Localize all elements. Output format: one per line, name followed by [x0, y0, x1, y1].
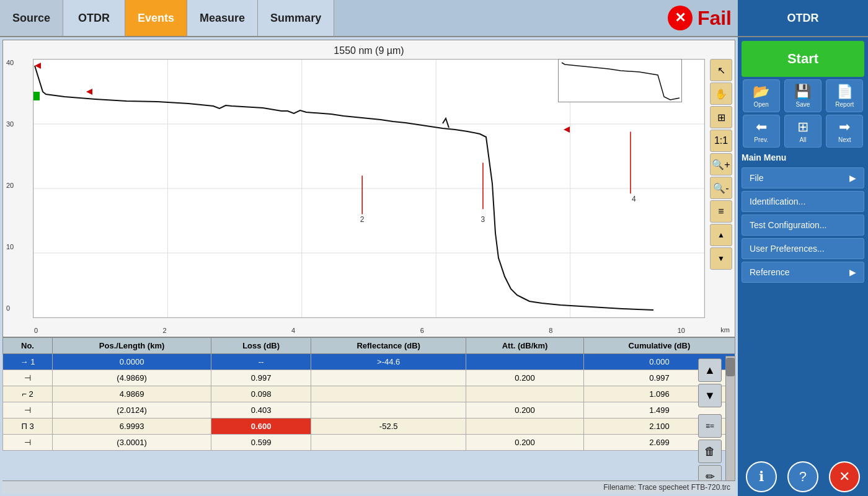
x-label-6: 6 [420, 327, 424, 334]
chart-container: 1550 nm (9 µm) 40 30 20 10 0 [2, 40, 735, 337]
save-button[interactable]: 💾 Save [784, 79, 822, 112]
report-icon: 📄 [836, 84, 853, 100]
cell-loss: 0.600 [211, 418, 311, 435]
th-no: No. [3, 338, 53, 354]
cell-loss: 0.997 [211, 370, 311, 386]
cell-reflectance [311, 386, 466, 402]
th-cumulative: Cumulative (dB) [583, 338, 735, 354]
open-label: Open [753, 101, 768, 108]
menu-item-test-config[interactable]: Test Configuration... [742, 215, 864, 236]
y-label-10: 10 [6, 243, 14, 250]
tab-measure[interactable]: Measure [187, 0, 258, 36]
close-button[interactable]: ✕ [829, 461, 860, 492]
table-row[interactable]: ⊣(4.9869)0.9970.2000.997 [3, 370, 735, 386]
open-button[interactable]: 📂 Open [743, 79, 780, 112]
help-button[interactable]: ? [787, 461, 818, 492]
save-icon: 💾 [794, 84, 811, 100]
table-row[interactable]: ⊣(2.0124)0.4030.2001.499 [3, 402, 735, 418]
all-icon: ⊞ [797, 119, 808, 135]
th-reflectance: Reflectance (dB) [311, 338, 466, 354]
x-label-4: 4 [291, 327, 295, 334]
table-scrollbar[interactable] [725, 356, 735, 480]
table-scroll-up-btn[interactable]: ▲ [698, 358, 722, 382]
table-scroll-down-btn[interactable]: ▼ [698, 384, 722, 407]
menu-item-user-prefs[interactable]: User Preferences... [742, 238, 864, 259]
prev-button[interactable]: ⬅ Prev. [743, 115, 780, 148]
pan-tool[interactable]: ✋ [710, 82, 732, 105]
cursor-tool[interactable]: ↖ [710, 59, 732, 81]
delete-btn[interactable]: 🗑 [698, 440, 722, 463]
filter-btn[interactable]: ≡= [698, 414, 722, 438]
cell-symbol: ⊣ [3, 402, 53, 418]
cell-pos: (4.9869) [53, 370, 211, 386]
info-button[interactable]: ℹ [746, 461, 777, 492]
cell-reflectance: -52.5 [311, 418, 466, 435]
all-button[interactable]: ⊞ All [784, 115, 822, 148]
svg-text:2: 2 [360, 215, 365, 224]
menu-item-file[interactable]: File ▶ [742, 167, 864, 188]
zoom-1-1[interactable]: 1:1 [710, 130, 732, 152]
report-label: Report [835, 101, 854, 108]
zoom-in-h[interactable]: ⊞ [710, 106, 732, 128]
zoom-in[interactable]: 🔍+ [710, 153, 732, 175]
scroll-up[interactable]: ▲ [710, 224, 732, 246]
cell-att [466, 386, 584, 402]
svg-rect-20 [33, 92, 40, 100]
open-icon: 📂 [753, 84, 769, 100]
fail-area: ✕ Fail [668, 0, 738, 36]
svg-marker-19 [564, 126, 570, 133]
edit-btn[interactable]: ✏ [698, 465, 722, 480]
x-axis-labels: 0 2 4 6 8 10 [34, 327, 685, 334]
table-row[interactable]: → 10.0000-->-44.60.000 [3, 354, 735, 370]
y-axis-labels: 40 30 20 10 0 [6, 59, 14, 312]
events-table: No. Pos./Length (km) Loss (dB) Reflectan… [2, 337, 735, 451]
next-icon: ➡ [839, 119, 850, 135]
x-label-0: 0 [34, 327, 38, 334]
tab-source[interactable]: Source [0, 0, 63, 36]
next-button[interactable]: ➡ Next [826, 115, 863, 148]
nav-buttons-row: ⬅ Prev. ⊞ All ➡ Next [742, 115, 864, 148]
prev-label: Prev. [754, 136, 768, 143]
table-row[interactable]: ⊣(3.0001)0.5990.2002.699 [3, 435, 735, 451]
cell-att: 0.200 [466, 402, 584, 418]
th-pos: Pos./Length (km) [53, 338, 211, 354]
cell-loss: 0.599 [211, 435, 311, 451]
table-body: → 10.0000-->-44.60.000⊣(4.9869)0.9970.20… [3, 354, 735, 451]
th-att: Att. (dB/km) [466, 338, 584, 354]
all-label: All [799, 136, 806, 143]
tab-summary[interactable]: Summary [258, 0, 334, 36]
cell-reflectance [311, 435, 466, 451]
main-menu-label: Main Menu [742, 150, 864, 165]
cell-reflectance [311, 402, 466, 418]
menu-reference-arrow: ▶ [849, 267, 856, 277]
table-row[interactable]: Π 36.99930.600-52.52.100 [3, 418, 735, 435]
scroll-down[interactable]: ▼ [710, 247, 732, 270]
cell-loss: 0.403 [211, 402, 311, 418]
start-button[interactable]: Start [742, 41, 864, 77]
event-view[interactable]: ≡ [710, 200, 732, 223]
menu-reference-label: Reference [750, 267, 790, 277]
filename-bar: Filename: Trace specheet FTB-720.trc [2, 480, 735, 494]
minimap-svg [559, 60, 681, 102]
left-content: 1550 nm (9 µm) 40 30 20 10 0 [0, 37, 738, 496]
y-label-30: 30 [6, 120, 14, 128]
menu-item-identification[interactable]: Identification... [742, 191, 864, 212]
x-label-10: 10 [678, 327, 685, 334]
cell-pos: 6.9993 [53, 418, 211, 435]
table-row[interactable]: ⌐ 24.98690.0981.096 [3, 386, 735, 402]
save-label: Save [796, 101, 810, 108]
scrollbar-thumb[interactable] [726, 358, 735, 376]
report-button[interactable]: 📄 Report [826, 79, 863, 112]
cell-symbol: ⊣ [3, 435, 53, 451]
zoom-out[interactable]: 🔍- [710, 177, 732, 199]
x-label-2: 2 [163, 327, 167, 334]
table-header: No. Pos./Length (km) Loss (dB) Reflectan… [3, 338, 735, 354]
cell-loss: 0.098 [211, 386, 311, 402]
svg-marker-18 [86, 89, 92, 95]
menu-item-reference[interactable]: Reference ▶ [742, 262, 864, 283]
tab-otdr[interactable]: OTDR [63, 0, 125, 36]
cell-symbol: Π 3 [3, 418, 53, 435]
tab-events[interactable]: Events [125, 0, 187, 36]
menu-identification-label: Identification... [750, 197, 805, 206]
cell-symbol: ⌐ 2 [3, 386, 53, 402]
